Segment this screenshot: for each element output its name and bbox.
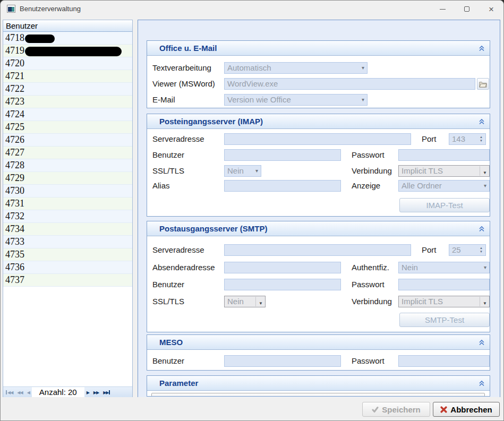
imap-user-input[interactable] (224, 149, 341, 161)
smtp-test-button[interactable]: SMTP-Test (399, 313, 490, 327)
user-row[interactable]: 4718 (3, 32, 132, 45)
user-row[interactable]: 4726 (3, 134, 132, 147)
meso-user-input[interactable] (224, 355, 341, 367)
smtp-server-input[interactable] (224, 244, 411, 256)
user-row[interactable]: 4736 (3, 261, 132, 274)
user-row[interactable]: 4734 (3, 223, 132, 236)
close-icon: × (489, 5, 494, 14)
user-row[interactable]: 4729 (3, 172, 132, 185)
cancel-button[interactable]: Abbrechen (433, 402, 500, 417)
user-row[interactable]: 4730 (3, 185, 132, 197)
benutzerverwaltung-window: Benutzerverwaltung × Benutzer 4718 4719 … (0, 0, 504, 421)
imap-alias-input[interactable] (224, 180, 341, 192)
back-icon[interactable]: ◀ (25, 390, 32, 395)
collapse-icon[interactable] (479, 226, 485, 232)
footer-bar: Speichern Abbrechen (1, 397, 503, 420)
imap-display-label: Anzeige (352, 180, 380, 192)
user-list-header: Benutzer (3, 20, 132, 32)
viewer-label: Viewer (MSWord) (152, 78, 215, 90)
user-detail-panel: Office u. E-Mail Textverarbeitung Automa… (138, 20, 500, 398)
user-row[interactable]: 4733 (3, 236, 132, 248)
section-meso-header: MESO (147, 335, 490, 350)
fast-back-icon[interactable]: ◀◀ (15, 390, 24, 395)
save-button[interactable]: Speichern (362, 402, 430, 417)
email-version-select[interactable]: Version wie Office (224, 94, 368, 106)
section-office-email: Office u. E-Mail Textverarbeitung Automa… (147, 40, 490, 108)
user-row[interactable]: 4723 (3, 96, 132, 108)
minimize-button[interactable] (430, 1, 455, 18)
smtp-password-input[interactable] (398, 279, 490, 290)
window-title: Benutzerverwaltung (20, 5, 81, 13)
user-row[interactable]: 4735 (3, 248, 132, 261)
imap-connection-select[interactable]: Implicit TLS (398, 165, 490, 177)
imap-display-select[interactable]: Alle Ordner (398, 180, 490, 192)
last-page-icon[interactable]: ▶▶ (101, 390, 113, 395)
list-pager: ◀◀ ◀◀ ◀ Anzahl: 20 ▶ ▶▶ ▶▶ (3, 386, 132, 398)
section-title: Parameter (159, 379, 198, 388)
smtp-ssl-select[interactable]: Nein (224, 296, 266, 307)
user-row[interactable]: 4719 (3, 45, 132, 57)
imap-connection-label: Verbindung (352, 165, 392, 177)
section-imap: Posteingangsserver (IMAP) Serveradresse … (147, 114, 490, 217)
user-row[interactable]: 4721 (3, 70, 132, 83)
app-icon (7, 5, 15, 13)
imap-ssl-select[interactable]: Nein (224, 165, 261, 177)
imap-port-stepper[interactable]: 143▲▼ (449, 133, 486, 145)
imap-password-label: Passwort (352, 149, 385, 161)
section-parameter-header: Parameter (147, 376, 490, 391)
section-office-header: Office u. E-Mail (147, 41, 490, 56)
imap-user-label: Benutzer (152, 149, 184, 161)
collapse-icon[interactable] (479, 339, 485, 346)
forward-icon[interactable]: ▶ (84, 390, 91, 395)
imap-alias-label: Alias (152, 180, 170, 192)
maximize-button[interactable] (455, 1, 479, 18)
user-row[interactable]: 4725 (3, 121, 132, 134)
viewer-input[interactable]: WordView.exe (224, 78, 475, 90)
smtp-sender-label: Absenderadresse (152, 262, 215, 273)
smtp-connection-select[interactable]: Implicit TLS (398, 296, 490, 307)
user-list-panel: Benutzer 4718 4719 4720 4721 4722 4723 4… (3, 20, 133, 398)
smtp-port-stepper[interactable]: 25▲▼ (449, 244, 486, 256)
user-row[interactable]: 4720 (3, 57, 132, 70)
meso-user-label: Benutzer (152, 355, 184, 367)
imap-server-input[interactable] (224, 133, 411, 145)
redacted-name (25, 47, 122, 56)
textverarbeitung-select[interactable]: Automatisch (224, 62, 368, 74)
imap-password-input[interactable] (398, 149, 490, 161)
user-row[interactable]: 4724 (3, 108, 132, 121)
smtp-auth-select[interactable]: Nein (398, 262, 490, 273)
user-row[interactable]: 4737 (3, 274, 132, 287)
check-icon (372, 406, 379, 413)
first-page-icon[interactable]: ◀◀ (3, 390, 15, 395)
smtp-connection-label: Verbindung (352, 296, 392, 307)
imap-test-button[interactable]: IMAP-Test (399, 198, 490, 212)
imap-port-label: Port (422, 133, 437, 145)
smtp-user-input[interactable] (224, 279, 341, 290)
user-row[interactable]: 4732 (3, 210, 132, 223)
email-label: E-Mail (152, 94, 175, 106)
collapse-icon[interactable] (479, 380, 485, 386)
section-smtp-header: Postausgangsserver (SMTP) (147, 221, 490, 236)
fast-forward-icon[interactable]: ▶▶ (91, 390, 101, 395)
user-row[interactable]: 4727 (3, 147, 132, 159)
user-list: 4718 4719 4720 4721 4722 4723 4724 4725 … (3, 32, 132, 287)
close-button[interactable]: × (479, 1, 503, 18)
smtp-port-label: Port (422, 244, 437, 256)
section-smtp: Postausgangsserver (SMTP) Serveradresse … (147, 221, 490, 332)
smtp-sender-input[interactable] (224, 262, 341, 273)
imap-server-label: Serveradresse (152, 133, 204, 145)
stepper-arrows-icon[interactable]: ▲▼ (477, 134, 485, 144)
minimize-icon (440, 9, 446, 10)
user-row[interactable]: 4731 (3, 197, 132, 210)
user-row[interactable]: 4722 (3, 83, 132, 96)
stepper-arrows-icon[interactable]: ▲▼ (477, 245, 485, 255)
user-row[interactable]: 4728 (3, 159, 132, 172)
meso-password-input[interactable] (398, 355, 490, 367)
collapse-icon[interactable] (479, 118, 485, 125)
imap-ssl-label: SSL/TLS (152, 165, 184, 177)
open-folder-icon (479, 81, 487, 88)
section-imap-header: Posteingangsserver (IMAP) (147, 114, 490, 129)
section-title: Posteingangsserver (IMAP) (159, 117, 263, 126)
browse-folder-button[interactable] (477, 78, 489, 90)
collapse-icon[interactable] (479, 45, 485, 51)
